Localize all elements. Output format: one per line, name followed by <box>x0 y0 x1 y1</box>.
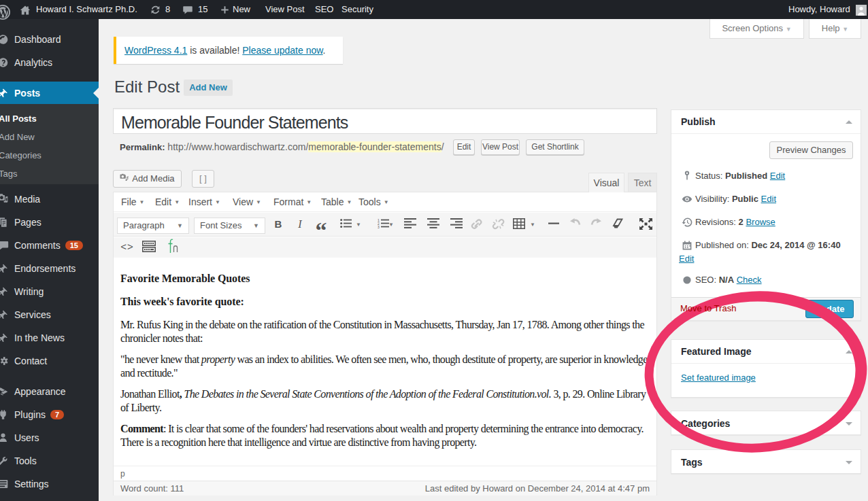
svg-text:3: 3 <box>378 225 380 228</box>
